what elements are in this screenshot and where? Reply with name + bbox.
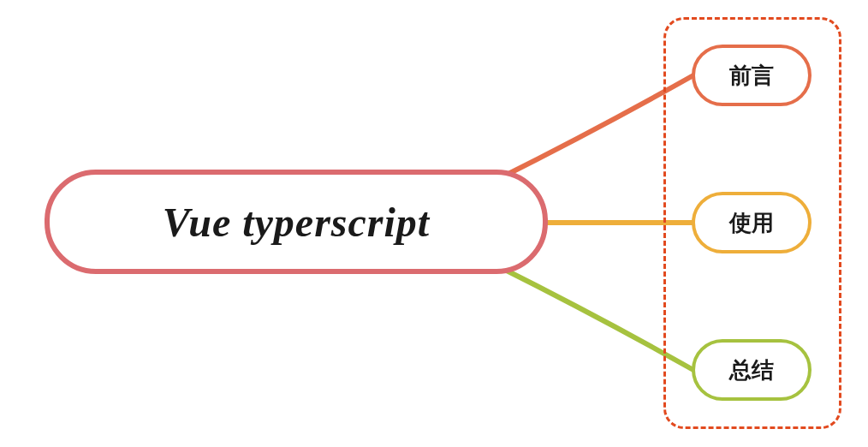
child-node-summary[interactable]: 总结 xyxy=(692,339,812,401)
root-node[interactable]: Vue typerscript xyxy=(45,170,548,274)
child-node-usage[interactable]: 使用 xyxy=(692,192,812,253)
child-label: 前言 xyxy=(729,61,774,91)
child-label: 使用 xyxy=(729,208,774,238)
child-node-preface[interactable]: 前言 xyxy=(692,45,812,106)
child-label: 总结 xyxy=(729,355,774,385)
root-label: Vue typerscript xyxy=(163,199,430,246)
